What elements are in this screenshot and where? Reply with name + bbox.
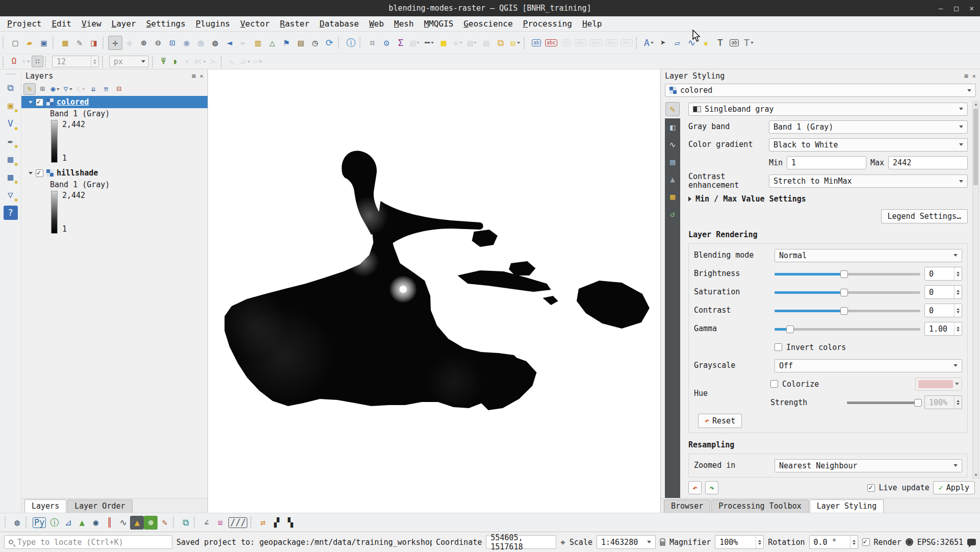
map-styling-icon[interactable]: ✎ — [158, 516, 171, 530]
menu-geoscience[interactable]: Geoscience — [458, 17, 518, 30]
line-annotation-icon[interactable]: ∿ — [684, 36, 699, 50]
apply-button[interactable]: ✓ Apply — [933, 481, 975, 494]
layer-visibility-checkbox[interactable] — [36, 98, 43, 106]
scrollbar[interactable] — [972, 101, 979, 479]
data-source-manager-icon[interactable]: ⧉ — [4, 81, 18, 95]
enable-tracing-icon[interactable]: Ψ — [158, 56, 169, 67]
metadata-tab-icon[interactable]: ▦ — [666, 191, 679, 203]
menu-settings[interactable]: Settings — [141, 17, 191, 30]
contrast-input[interactable]: 0 — [924, 304, 962, 317]
menu-raster[interactable]: Raster — [275, 17, 315, 30]
add-raster-layer-icon[interactable]: ✒ — [4, 134, 18, 148]
menu-plugins[interactable]: Plugins — [191, 17, 235, 30]
transparency-tab-icon[interactable]: ◧ — [666, 121, 679, 134]
line-styles-icon[interactable]: ≡ — [213, 516, 227, 530]
add-group-icon[interactable]: ⊞ — [36, 83, 48, 95]
zoom-last-icon[interactable]: ◄ — [222, 36, 237, 50]
crs-globe-icon[interactable] — [906, 538, 913, 546]
add-mesh-layer-icon[interactable]: ▦ — [4, 152, 18, 166]
tab-layer-styling[interactable]: Layer Styling — [810, 499, 884, 513]
lock-scale-icon[interactable] — [660, 541, 665, 546]
reset-button[interactable]: ↶ Reset — [698, 414, 742, 428]
histogram-tab-icon[interactable]: ∿ — [666, 139, 679, 151]
measure-icon[interactable]: ╍ — [422, 36, 436, 50]
save-project-icon[interactable]: ▣ — [37, 36, 51, 50]
menu-view[interactable]: View — [76, 17, 107, 30]
history-tab-icon[interactable]: ↺ — [666, 208, 679, 220]
map-canvas[interactable] — [208, 69, 660, 513]
blending-mode-select[interactable]: Normal — [775, 249, 962, 262]
float-panel-button[interactable]: ⊞ — [965, 73, 968, 79]
digitize-size-input[interactable]: 12 — [52, 56, 99, 67]
style-layer-select[interactable]: colored — [665, 84, 976, 97]
attributes-tab-icon[interactable]: ▤ — [666, 156, 679, 168]
spin-arrows-icon[interactable] — [756, 536, 763, 548]
layer-diagram-icon[interactable]: abc — [544, 36, 559, 50]
hatch-icon[interactable]: /// — [227, 516, 249, 530]
add-geopackage-icon[interactable]: ▣ — [4, 98, 18, 113]
tab-layer-order[interactable]: Layer Order — [67, 499, 132, 513]
stream-digitizing-icon[interactable]: ◗ — [169, 56, 181, 67]
elevation-profile-icon[interactable]: ∿ — [116, 516, 130, 530]
text-along-line-icon[interactable]: ab — [727, 36, 741, 50]
open-layer-styling-icon[interactable]: ✎ — [23, 83, 36, 95]
color-gradient-select[interactable]: Black to White — [769, 138, 968, 152]
spin-arrows-icon[interactable] — [954, 286, 962, 298]
marker-annotation-icon[interactable]: ★ — [699, 36, 713, 50]
style-redo-button[interactable]: ↷ — [705, 481, 718, 494]
add-vector-layer-icon[interactable]: V — [4, 116, 18, 131]
min-input[interactable]: 1 — [787, 156, 866, 169]
manage-map-themes-icon[interactable]: ◉ — [49, 83, 61, 95]
float-panel-button[interactable]: ⊞ — [192, 73, 196, 79]
expand-arrow-icon[interactable] — [29, 101, 33, 104]
close-panel-button[interactable]: ✕ — [200, 73, 203, 79]
pyramids-tab-icon[interactable]: ▲ — [666, 173, 679, 186]
messages-icon[interactable] — [967, 539, 976, 545]
spin-arrows-icon[interactable] — [91, 56, 98, 67]
temporal-controller-icon[interactable]: ◷ — [308, 36, 322, 50]
zoom-in-icon[interactable]: ⊕ — [137, 36, 151, 50]
zoom-to-selection-icon[interactable]: ◉ — [179, 36, 194, 50]
rotation-input[interactable]: 0.0 ° — [809, 535, 858, 549]
new-project-icon[interactable]: ▢ — [8, 36, 22, 50]
extents-toggle-icon[interactable]: ⌖ — [560, 537, 565, 547]
pan-map-icon[interactable]: ✛ — [108, 36, 122, 50]
open-project-icon[interactable]: ▰ — [22, 36, 37, 50]
zoom-full-icon[interactable]: ⊡ — [165, 36, 179, 50]
new-bookmark-icon[interactable]: ⚑ — [279, 36, 294, 50]
remove-layer-icon[interactable]: ⊟ — [113, 83, 125, 95]
crs-label[interactable]: EPSG:32651 — [917, 538, 963, 547]
print-layout-icon[interactable]: ✎ — [72, 36, 87, 50]
contrast-enhancement-select[interactable]: Stretch to MinMax — [769, 174, 968, 188]
raster-swipe-icon[interactable]: ▞ — [270, 516, 283, 530]
tab-processing-toolbox[interactable]: Processing Toolbox — [711, 499, 809, 513]
menu-processing[interactable]: Processing — [518, 17, 577, 30]
balloon-annotation-icon[interactable]: T — [741, 36, 756, 50]
help-icon[interactable]: ? — [4, 206, 18, 220]
terrain-profile-icon[interactable]: ▲ — [75, 516, 89, 530]
paste-features-icon[interactable]: ⧈ — [508, 36, 522, 50]
options-gear-icon[interactable]: ⚙ — [379, 36, 394, 50]
renderer-select[interactable]: Singleband gray — [688, 103, 968, 116]
gamma-slider[interactable] — [775, 325, 920, 333]
close-panel-button[interactable]: ✕ — [972, 73, 976, 79]
text-annotation-icon[interactable]: T — [713, 36, 727, 50]
layer-row-colored[interactable]: colored — [21, 96, 208, 108]
menu-layer[interactable]: Layer — [107, 17, 141, 30]
layer-row-hillshade[interactable]: hillshade — [21, 167, 208, 179]
snapping-icon[interactable]: Ω — [8, 56, 20, 67]
minmax-settings-expander[interactable]: Min / Max Value Settings — [688, 193, 968, 205]
swap-rasters-icon[interactable]: ⇄ — [256, 516, 270, 530]
tab-layers[interactable]: Layers — [24, 499, 66, 513]
gray-band-select[interactable]: Band 1 (Gray) — [769, 120, 968, 134]
layer-visibility-checkbox[interactable] — [36, 169, 43, 177]
gamma-input[interactable]: 1.00 — [924, 322, 962, 336]
spin-arrows-icon[interactable] — [954, 267, 962, 280]
saturation-input[interactable]: 0 — [924, 285, 962, 299]
collapse-all-icon[interactable]: ⇈ — [100, 83, 112, 95]
slider-handle[interactable] — [840, 289, 848, 296]
slider-handle[interactable] — [840, 307, 848, 315]
zoomed-in-select[interactable]: Nearest Neighbour — [775, 459, 962, 472]
identify-features-icon[interactable]: ⓘ — [344, 36, 358, 50]
digitize-unit-select[interactable]: px — [109, 56, 149, 67]
